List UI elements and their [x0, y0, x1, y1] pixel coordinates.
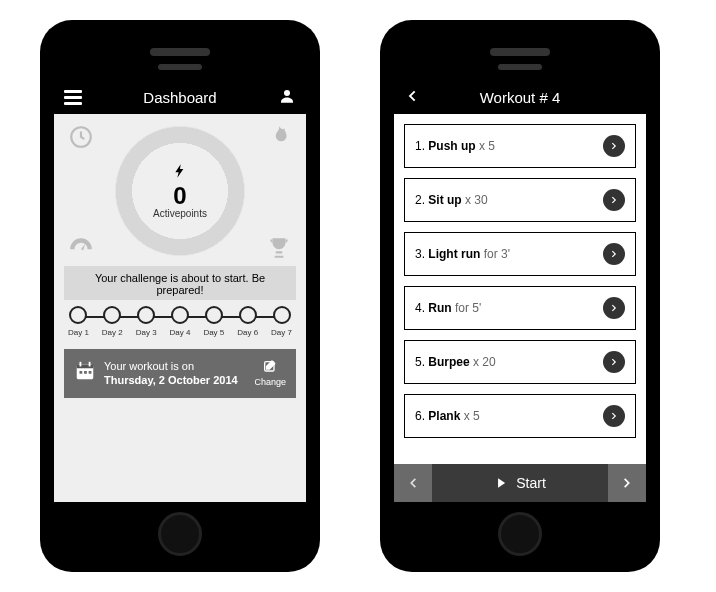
svg-rect-5 — [89, 362, 91, 367]
workout-text: Your workout is on Thursday, 2 October 2… — [104, 359, 246, 388]
exercise-text: 1. Push up x 5 — [415, 139, 495, 153]
phone-speaker — [150, 48, 210, 56]
day-label: Day 5 — [203, 328, 224, 337]
challenge-banner: Your challenge is about to start. Be pre… — [64, 266, 296, 300]
activepoints-label: Activepoints — [153, 208, 207, 219]
exercise-item[interactable]: 6. Plank x 5 — [404, 394, 636, 438]
flame-icon[interactable] — [266, 124, 292, 150]
day-tracker: Day 1 Day 2 Day 3 Day 4 Day 5 Day 6 Day … — [64, 300, 296, 341]
svg-rect-4 — [80, 362, 82, 367]
day-label: Day 6 — [237, 328, 258, 337]
bolt-icon — [172, 163, 188, 184]
chevron-right-icon — [603, 243, 625, 265]
exercise-text: 2. Sit up x 30 — [415, 193, 488, 207]
trophy-icon[interactable] — [266, 234, 292, 260]
workout-footer: Start — [394, 464, 646, 502]
phone-dashboard: Dashboard 0 Activepoin — [40, 20, 320, 572]
day-label: Day 4 — [170, 328, 191, 337]
day-label: Day 3 — [136, 328, 157, 337]
menu-icon[interactable] — [64, 96, 82, 99]
user-icon[interactable] — [278, 87, 296, 108]
exercise-text: 3. Light run for 3' — [415, 247, 510, 261]
day-node[interactable]: Day 6 — [237, 306, 258, 337]
exercise-item[interactable]: 4. Run for 5' — [404, 286, 636, 330]
phone-camera — [498, 64, 542, 70]
workout-date: Thursday, 2 October 2014 — [104, 374, 238, 386]
exercise-item[interactable]: 1. Push up x 5 — [404, 124, 636, 168]
home-button[interactable] — [498, 512, 542, 556]
day-label: Day 1 — [68, 328, 89, 337]
clock-icon[interactable] — [68, 124, 94, 150]
svg-rect-7 — [84, 371, 87, 374]
svg-point-0 — [284, 90, 290, 96]
phone-camera — [158, 64, 202, 70]
play-icon — [494, 476, 508, 490]
day-label: Day 2 — [102, 328, 123, 337]
back-icon[interactable] — [404, 88, 420, 107]
workout-bar: Your workout is on Thursday, 2 October 2… — [64, 349, 296, 398]
exercise-text: 5. Burpee x 20 — [415, 355, 496, 369]
dashboard-header: Dashboard — [54, 80, 306, 114]
change-button[interactable]: Change — [254, 359, 286, 387]
day-node[interactable]: Day 1 — [68, 306, 89, 337]
exercise-text: 6. Plank x 5 — [415, 409, 480, 423]
start-button[interactable]: Start — [432, 464, 608, 502]
prev-button[interactable] — [394, 464, 432, 502]
day-label: Day 7 — [271, 328, 292, 337]
chevron-right-icon — [603, 351, 625, 373]
exercise-text: 4. Run for 5' — [415, 301, 481, 315]
svg-rect-8 — [89, 371, 92, 374]
chevron-right-icon — [603, 135, 625, 157]
phone-speaker — [490, 48, 550, 56]
svg-rect-6 — [80, 371, 83, 374]
next-button[interactable] — [608, 464, 646, 502]
start-label: Start — [516, 475, 546, 491]
change-label: Change — [254, 377, 286, 387]
home-button[interactable] — [158, 512, 202, 556]
exercise-item[interactable]: 5. Burpee x 20 — [404, 340, 636, 384]
day-node[interactable]: Day 2 — [102, 306, 123, 337]
activepoints-gauge: 0 Activepoints — [115, 126, 245, 256]
chevron-right-icon — [603, 189, 625, 211]
dashboard-body: 0 Activepoints Your challenge is about t… — [54, 114, 306, 502]
exercise-item[interactable]: 2. Sit up x 30 — [404, 178, 636, 222]
chevron-right-icon — [603, 297, 625, 319]
day-node[interactable]: Day 7 — [271, 306, 292, 337]
speedometer-icon[interactable] — [68, 234, 94, 260]
chevron-right-icon — [603, 405, 625, 427]
day-node[interactable]: Day 5 — [203, 306, 224, 337]
exercise-list: 1. Push up x 5 2. Sit up x 30 3. Light r… — [394, 114, 646, 464]
activepoints-value: 0 — [173, 184, 186, 208]
day-node[interactable]: Day 3 — [136, 306, 157, 337]
phone-workout: Workout # 4 1. Push up x 5 2. Sit up x 3… — [380, 20, 660, 572]
page-title: Workout # 4 — [420, 89, 620, 106]
screen-dashboard: Dashboard 0 Activepoin — [54, 80, 306, 502]
workout-header: Workout # 4 — [394, 80, 646, 114]
calendar-icon — [74, 360, 96, 387]
workout-prefix: Your workout is on — [104, 360, 194, 372]
exercise-item[interactable]: 3. Light run for 3' — [404, 232, 636, 276]
svg-rect-3 — [77, 364, 94, 368]
page-title: Dashboard — [82, 89, 278, 106]
screen-workout: Workout # 4 1. Push up x 5 2. Sit up x 3… — [394, 80, 646, 502]
day-node[interactable]: Day 4 — [170, 306, 191, 337]
